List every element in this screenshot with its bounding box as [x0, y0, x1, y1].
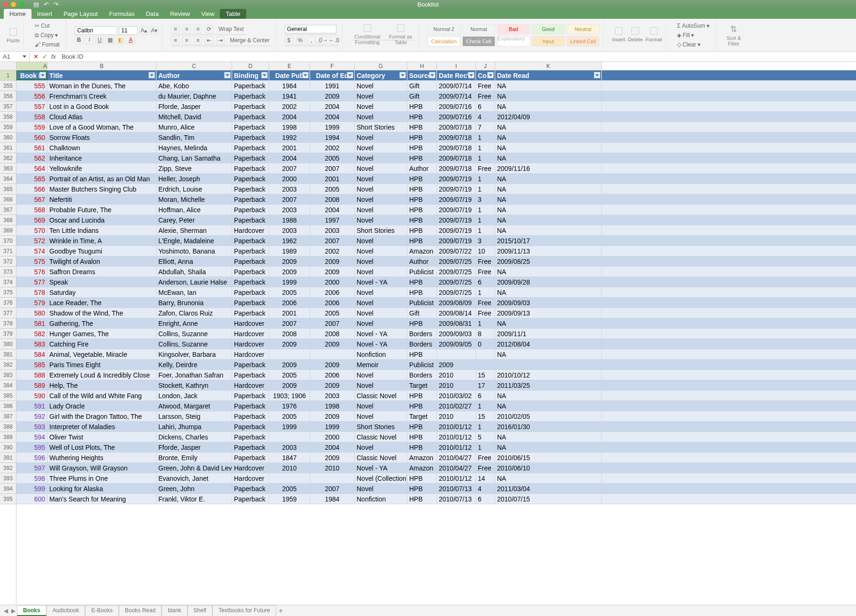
- filter-button[interactable]: [261, 72, 268, 78]
- cell[interactable]: 1: [476, 174, 495, 184]
- ribbon-tab-formulas[interactable]: Formulas: [103, 9, 140, 19]
- cell[interactable]: NA: [495, 184, 602, 194]
- cell[interactable]: NA: [495, 215, 602, 225]
- cell[interactable]: Speak: [47, 277, 156, 287]
- cell[interactable]: Classic Novel: [355, 391, 407, 400]
- cell[interactable]: 1992: [269, 132, 310, 142]
- cell[interactable]: 1959: [269, 494, 310, 504]
- table-header-cell[interactable]: Author: [156, 70, 232, 80]
- cell[interactable]: Yoshimoto, Banana: [156, 246, 232, 256]
- cell[interactable]: Target: [407, 411, 437, 421]
- cell[interactable]: 15: [476, 370, 495, 380]
- cell[interactable]: 2009/07/19: [437, 215, 476, 225]
- cell[interactable]: HPB: [407, 112, 437, 122]
- cell[interactable]: Hardcover: [232, 318, 269, 328]
- cell[interactable]: Paperback: [232, 298, 269, 308]
- style-check-cell[interactable]: Check Cell: [462, 36, 495, 46]
- cell[interactable]: HPB: [407, 277, 437, 287]
- row-header[interactable]: 367: [0, 205, 16, 215]
- cell[interactable]: 2000: [310, 277, 355, 287]
- cell[interactable]: 10: [476, 246, 495, 256]
- cell[interactable]: 1998: [269, 122, 310, 132]
- cell[interactable]: Stockett, Kathryn: [156, 380, 232, 390]
- cell[interactable]: Paperback: [232, 153, 269, 163]
- cell[interactable]: Paperback: [232, 267, 269, 277]
- row-header[interactable]: 388: [0, 422, 16, 432]
- cell[interactable]: 2010/02/27: [437, 401, 476, 411]
- cell[interactable]: Publicist: [407, 360, 437, 370]
- sheet-tab-blank[interactable]: blank: [162, 605, 187, 616]
- cell[interactable]: NA: [495, 194, 602, 204]
- filter-button[interactable]: [347, 72, 353, 78]
- cell[interactable]: 2010/01/12: [437, 473, 476, 483]
- row-header[interactable]: 355: [0, 81, 16, 91]
- cell[interactable]: Novel: [355, 256, 407, 266]
- cell[interactable]: [476, 349, 495, 359]
- cell[interactable]: 2010/07/15: [495, 494, 602, 504]
- autosum-button[interactable]: Σ AutoSum ▾: [675, 22, 712, 30]
- cell[interactable]: 2009/07/16: [437, 101, 476, 111]
- cell[interactable]: 2009: [269, 256, 310, 266]
- cell[interactable]: HPB: [407, 174, 437, 184]
- table-header-cell[interactable]: Title: [47, 70, 156, 80]
- row-header[interactable]: 356: [0, 91, 16, 101]
- cell[interactable]: 1903; 1906: [269, 391, 310, 400]
- row-header[interactable]: 385: [0, 391, 16, 401]
- cell[interactable]: 2008: [310, 329, 355, 339]
- cell[interactable]: 2007: [269, 194, 310, 204]
- cell[interactable]: Hunger Games, The: [47, 329, 156, 339]
- formula-input[interactable]: Book ID: [60, 52, 856, 61]
- cell[interactable]: NA: [495, 267, 602, 277]
- cell[interactable]: 2010/01/12: [437, 442, 476, 452]
- cell[interactable]: Foer, Jonathan Safran: [156, 370, 232, 380]
- save-icon[interactable]: ▤: [33, 1, 39, 8]
- cell[interactable]: 559: [16, 122, 47, 132]
- cell[interactable]: 2010/01/12: [437, 432, 476, 442]
- cell[interactable]: 2015/10/17: [495, 236, 602, 246]
- row-header[interactable]: 386: [0, 401, 16, 411]
- format-as-table-icon[interactable]: [397, 24, 405, 32]
- cell[interactable]: Nonfiction: [355, 349, 407, 359]
- cell[interactable]: 2003: [269, 225, 310, 235]
- format-painter-button[interactable]: 🖌 Format: [32, 40, 62, 49]
- cell[interactable]: 1984: [310, 494, 355, 504]
- cell[interactable]: 2010/06/10: [495, 463, 602, 473]
- cell[interactable]: NA: [495, 401, 602, 411]
- italic-button[interactable]: I: [85, 36, 93, 44]
- insert-cells-icon[interactable]: [615, 27, 623, 35]
- cell[interactable]: Inheritance: [47, 153, 156, 163]
- cell[interactable]: Novel: [355, 91, 407, 101]
- row-header[interactable]: 361: [0, 143, 16, 153]
- cell[interactable]: NA: [495, 81, 602, 91]
- cell[interactable]: Novel: [355, 318, 407, 328]
- cell[interactable]: 2001: [269, 308, 310, 318]
- table-header-cell[interactable]: Category: [355, 70, 407, 80]
- cell[interactable]: Larsson, Steig: [156, 411, 232, 421]
- cell[interactable]: Paperback: [232, 411, 269, 421]
- align-center-button[interactable]: ≡: [182, 36, 191, 45]
- sheet-tab-books-read[interactable]: Books Read: [119, 605, 162, 616]
- cell[interactable]: 560: [16, 132, 47, 142]
- cell[interactable]: 2007: [269, 318, 310, 328]
- cell[interactable]: Interpreter of Maladies: [47, 422, 156, 431]
- currency-button[interactable]: $: [285, 36, 293, 45]
- cell[interactable]: Paperback: [232, 132, 269, 142]
- cell[interactable]: 2004: [310, 101, 355, 111]
- cell[interactable]: Woman in the Dunes, The: [47, 81, 156, 91]
- cell[interactable]: HPB: [407, 101, 437, 111]
- copy-button[interactable]: ⧉ Copy ▾: [32, 31, 60, 39]
- cell[interactable]: Bronte, Emily: [156, 453, 232, 462]
- cell[interactable]: 2008: [310, 194, 355, 204]
- col-header-F[interactable]: F: [310, 62, 355, 70]
- name-box[interactable]: A1: [0, 52, 30, 61]
- dec-dec-button[interactable]: ←.0: [330, 36, 338, 45]
- cell[interactable]: Paperback: [232, 277, 269, 287]
- table-header-cell[interactable]: Date of Ed: [310, 70, 355, 80]
- cell[interactable]: Master Butchers Singing Club: [47, 184, 156, 194]
- row-header[interactable]: 370: [0, 236, 16, 246]
- cell[interactable]: Catching Fire: [47, 339, 156, 349]
- cell[interactable]: Twilight of Avalon: [47, 256, 156, 266]
- cell[interactable]: HPB: [407, 422, 437, 431]
- close-window-icon[interactable]: [3, 2, 8, 7]
- cell[interactable]: McEwan, Ian: [156, 287, 232, 297]
